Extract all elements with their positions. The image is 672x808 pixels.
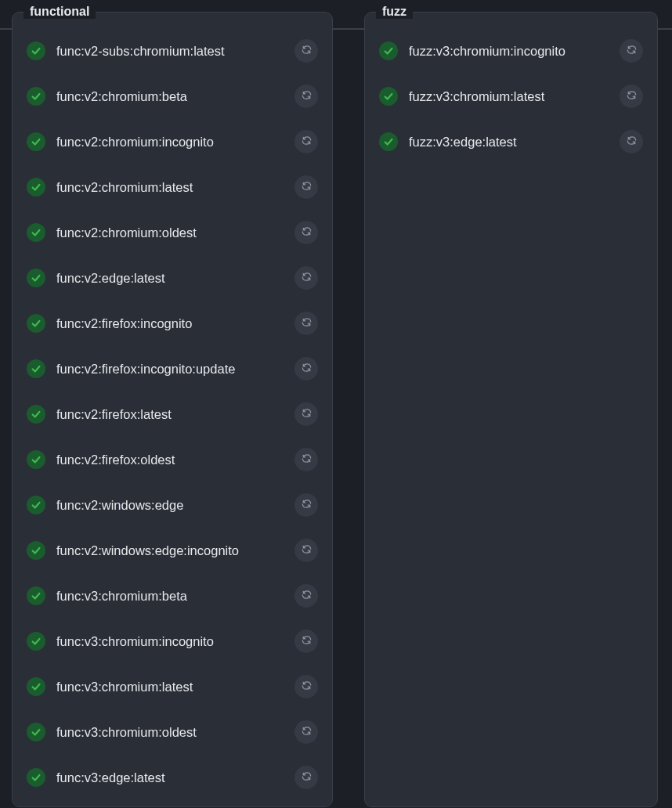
refresh-icon — [301, 135, 313, 149]
column-title: functional — [23, 5, 96, 19]
job-item[interactable]: func:v2:windows:edge — [19, 482, 326, 528]
check-circle-icon — [27, 359, 45, 378]
job-item[interactable]: func:v2:chromium:incognito — [19, 119, 326, 164]
retry-button[interactable] — [294, 402, 318, 426]
refresh-icon — [301, 180, 313, 194]
job-item[interactable]: func:v2:firefox:incognito — [19, 301, 326, 346]
column-title: fuzz — [376, 5, 413, 19]
column-fuzz: fuzz fuzz:v3:chromium:incognitofuzz:v3:c… — [364, 12, 658, 807]
retry-button[interactable] — [294, 493, 318, 517]
retry-button[interactable] — [620, 39, 643, 63]
pipeline-board: functional func:v2-subs:chromium:latestf… — [0, 0, 672, 808]
job-label: func:v2:firefox:incognito — [56, 316, 284, 331]
job-item[interactable]: func:v3:chromium:latest — [19, 664, 326, 709]
job-item[interactable]: func:v2:windows:edge:incognito — [19, 528, 326, 573]
check-circle-icon — [379, 132, 398, 151]
retry-button[interactable] — [294, 312, 318, 335]
retry-button[interactable] — [294, 85, 318, 108]
job-item[interactable]: fuzz:v3:edge:latest — [371, 119, 651, 164]
job-label: fuzz:v3:edge:latest — [409, 135, 609, 150]
job-label: func:v2-subs:chromium:latest — [56, 44, 284, 59]
job-label: func:v2:chromium:oldest — [56, 225, 284, 240]
job-item[interactable]: func:v2:firefox:latest — [19, 391, 326, 437]
job-item[interactable]: func:v3:chromium:beta — [19, 573, 326, 619]
job-label: func:v2:chromium:beta — [56, 89, 284, 104]
check-circle-icon — [27, 223, 45, 242]
retry-button[interactable] — [294, 539, 318, 562]
check-circle-icon — [27, 723, 45, 741]
check-circle-icon — [27, 541, 45, 560]
retry-button[interactable] — [294, 39, 318, 63]
retry-button[interactable] — [620, 130, 643, 153]
job-label: func:v2:firefox:latest — [56, 407, 284, 422]
check-circle-icon — [27, 496, 45, 514]
check-circle-icon — [27, 87, 45, 106]
refresh-icon — [301, 271, 313, 285]
check-circle-icon — [27, 41, 45, 60]
refresh-icon — [626, 44, 638, 58]
job-item[interactable]: func:v3:edge:latest — [19, 755, 326, 800]
job-label: func:v2:edge:latest — [56, 271, 284, 286]
retry-button[interactable] — [294, 357, 318, 381]
column-items: func:v2-subs:chromium:latestfunc:v2:chro… — [19, 19, 326, 800]
refresh-icon — [301, 498, 313, 512]
retry-button[interactable] — [294, 584, 318, 608]
job-label: func:v3:chromium:incognito — [56, 634, 284, 649]
check-circle-icon — [27, 586, 45, 605]
job-item[interactable]: func:v2:firefox:incognito:update — [19, 346, 326, 391]
job-item[interactable]: func:v2:firefox:oldest — [19, 437, 326, 482]
refresh-icon — [301, 407, 313, 421]
job-item[interactable]: func:v3:chromium:incognito — [19, 619, 326, 664]
refresh-icon — [301, 770, 313, 785]
job-item[interactable]: func:v2-subs:chromium:latest — [19, 28, 326, 74]
job-item[interactable]: func:v2:chromium:latest — [19, 164, 326, 210]
job-item[interactable]: func:v2:chromium:beta — [19, 74, 326, 119]
column-functional: functional func:v2-subs:chromium:latestf… — [12, 12, 333, 807]
refresh-icon — [301, 362, 313, 376]
retry-button[interactable] — [294, 720, 318, 744]
job-label: func:v3:chromium:latest — [56, 680, 284, 694]
retry-button[interactable] — [294, 221, 318, 244]
refresh-icon — [301, 634, 313, 648]
retry-button[interactable] — [294, 175, 318, 199]
retry-button[interactable] — [620, 85, 643, 108]
check-circle-icon — [27, 314, 45, 333]
refresh-icon — [301, 225, 313, 240]
check-circle-icon — [379, 87, 398, 106]
refresh-icon — [301, 589, 313, 603]
job-label: func:v2:firefox:oldest — [56, 453, 284, 467]
check-circle-icon — [27, 768, 45, 787]
job-label: fuzz:v3:chromium:latest — [409, 89, 609, 104]
refresh-icon — [301, 453, 313, 467]
job-item[interactable]: fuzz:v3:chromium:incognito — [371, 28, 651, 74]
refresh-icon — [301, 44, 313, 58]
job-item[interactable]: fuzz:v3:chromium:latest — [371, 74, 651, 119]
retry-button[interactable] — [294, 675, 318, 698]
refresh-icon — [301, 543, 313, 557]
refresh-icon — [626, 89, 638, 103]
refresh-icon — [301, 316, 313, 330]
job-item[interactable]: func:v2:edge:latest — [19, 255, 326, 301]
job-label: func:v3:chromium:beta — [56, 589, 284, 604]
retry-button[interactable] — [294, 629, 318, 653]
retry-button[interactable] — [294, 130, 318, 153]
job-label: func:v2:firefox:incognito:update — [56, 362, 284, 377]
refresh-icon — [301, 89, 313, 103]
retry-button[interactable] — [294, 766, 318, 789]
job-label: fuzz:v3:chromium:incognito — [409, 44, 609, 59]
refresh-icon — [301, 725, 313, 739]
job-item[interactable]: func:v2:chromium:oldest — [19, 210, 326, 255]
connector-line — [0, 28, 12, 30]
column-items: fuzz:v3:chromium:incognitofuzz:v3:chromi… — [371, 19, 651, 164]
retry-button[interactable] — [294, 266, 318, 290]
check-circle-icon — [379, 41, 398, 60]
job-label: func:v2:chromium:latest — [56, 180, 284, 195]
refresh-icon — [301, 680, 313, 694]
check-circle-icon — [27, 632, 45, 651]
check-circle-icon — [27, 450, 45, 469]
job-label: func:v2:windows:edge — [56, 498, 284, 513]
retry-button[interactable] — [294, 448, 318, 471]
connector-line — [333, 28, 364, 30]
check-circle-icon — [27, 677, 45, 696]
job-item[interactable]: func:v3:chromium:oldest — [19, 709, 326, 755]
